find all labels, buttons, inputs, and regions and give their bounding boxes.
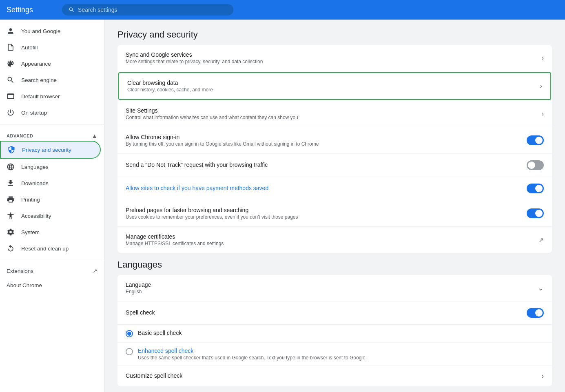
- preload-pages-desc: Uses cookies to remember your preference…: [126, 214, 298, 220]
- site-settings-row[interactable]: Site Settings Control what information w…: [117, 101, 552, 127]
- sidebar-label-reset-cleanup: Reset and clean up: [21, 246, 69, 252]
- person-icon: [7, 27, 15, 35]
- clear-browsing-row[interactable]: Clear browsing data Clear history, cooki…: [118, 72, 551, 100]
- sidebar-label-appearance: Appearance: [21, 61, 51, 67]
- sidebar-item-about-chrome[interactable]: About Chrome: [0, 278, 101, 292]
- do-not-track-action: [527, 160, 544, 170]
- search-bar[interactable]: [62, 4, 233, 16]
- basic-spell-label: Basic spell check: [138, 330, 182, 336]
- sidebar-item-autofill[interactable]: Autofill: [0, 39, 101, 55]
- manage-certs-ext-link-icon: ↗: [538, 236, 544, 244]
- site-settings-label: Site Settings: [126, 107, 298, 114]
- site-settings-text: Site Settings Control what information w…: [126, 107, 298, 120]
- search-icon: [69, 7, 75, 13]
- spell-check-row[interactable]: Spell check: [117, 301, 552, 325]
- sidebar-item-privacy-security[interactable]: Privacy and security: [0, 141, 101, 159]
- sidebar-label-languages: Languages: [21, 164, 49, 170]
- sidebar-divider-2: [0, 260, 104, 260]
- sidebar-label-accessibility: Accessibility: [21, 213, 51, 219]
- payment-methods-toggle[interactable]: [527, 184, 544, 193]
- spell-check-toggle[interactable]: [527, 308, 544, 318]
- autofill-icon: [7, 43, 15, 51]
- sync-google-text: Sync and Google services More settings t…: [126, 51, 263, 64]
- manage-certs-desc: Manage HTTPS/SSL certificates and settin…: [126, 241, 224, 246]
- language-row[interactable]: Language English ⌄: [117, 275, 552, 301]
- sidebar-item-default-browser[interactable]: Default browser: [0, 88, 101, 104]
- clear-browsing-label: Clear browsing data: [127, 80, 213, 86]
- sync-google-label: Sync and Google services: [126, 51, 263, 58]
- clear-browsing-desc: Clear history, cookies, cache, and more: [127, 87, 213, 93]
- sync-google-row[interactable]: Sync and Google services More settings t…: [117, 45, 552, 71]
- basic-spell-text: Basic spell check: [138, 330, 182, 336]
- sync-google-action: ›: [542, 54, 544, 62]
- preload-pages-action: [527, 208, 544, 218]
- sidebar-item-on-startup[interactable]: On startup: [0, 104, 101, 121]
- customize-spell-label: Customize spell check: [126, 372, 182, 379]
- do-not-track-row[interactable]: Send a "Do Not Track" request with your …: [117, 154, 552, 177]
- sidebar-item-you-and-google[interactable]: You and Google: [0, 23, 101, 39]
- do-not-track-text: Send a "Do Not Track" request with your …: [126, 162, 268, 169]
- sidebar-label-about-chrome: About Chrome: [7, 282, 42, 288]
- download-icon: [7, 179, 15, 187]
- sidebar-item-appearance[interactable]: Appearance: [0, 55, 101, 72]
- system-icon: [7, 228, 15, 236]
- globe-icon: [7, 163, 15, 171]
- advanced-chevron-icon: ▲: [92, 133, 97, 139]
- ext-link-icon: ↗: [93, 268, 97, 274]
- chevron-right-icon-4: ›: [542, 372, 544, 380]
- print-icon: [7, 195, 15, 204]
- sidebar-item-system[interactable]: System: [0, 224, 101, 240]
- sidebar: You and Google Autofill Appearance Searc…: [0, 20, 104, 392]
- sidebar-item-search-engine[interactable]: Search engine: [0, 72, 101, 88]
- sidebar-item-printing[interactable]: Printing: [0, 191, 101, 208]
- language-chevron-down-icon: ⌄: [538, 283, 544, 292]
- manage-certs-text: Manage certificates Manage HTTPS/SSL cer…: [126, 233, 224, 246]
- sidebar-item-languages[interactable]: Languages: [0, 159, 101, 175]
- reset-icon: [7, 244, 15, 252]
- clear-browsing-text: Clear browsing data Clear history, cooki…: [127, 80, 213, 93]
- advanced-section-label: Advanced ▲: [0, 128, 104, 141]
- payment-methods-action: [527, 184, 544, 193]
- languages-card: Language English ⌄ Spell check Basic spe…: [117, 275, 552, 386]
- language-label: Language: [126, 281, 151, 288]
- sidebar-label-system: System: [21, 229, 40, 235]
- basic-spell-row[interactable]: Basic spell check: [117, 325, 552, 343]
- payment-methods-row[interactable]: Allow sites to check if you have payment…: [117, 177, 552, 200]
- manage-certs-row[interactable]: Manage certificates Manage HTTPS/SSL cer…: [117, 227, 552, 253]
- allow-signin-action: [527, 135, 544, 145]
- sidebar-label-search-engine: Search engine: [21, 77, 57, 83]
- sidebar-extensions-row[interactable]: Extensions ↗: [0, 264, 104, 278]
- allow-signin-row[interactable]: Allow Chrome sign-in By turning this off…: [117, 127, 552, 154]
- enhanced-spell-radio[interactable]: [126, 348, 133, 355]
- shield-icon: [7, 146, 16, 154]
- preload-pages-row[interactable]: Preload pages for faster browsing and se…: [117, 200, 552, 227]
- sidebar-extensions-label: Extensions: [7, 268, 33, 274]
- do-not-track-toggle[interactable]: [527, 160, 544, 170]
- allow-signin-desc: By turning this off, you can sign in to …: [126, 141, 319, 147]
- site-settings-action: ›: [542, 110, 544, 117]
- search-input[interactable]: [78, 7, 227, 13]
- manage-certs-action: ↗: [538, 236, 544, 244]
- chevron-right-icon-3: ›: [542, 110, 544, 117]
- privacy-card: Sync and Google services More settings t…: [117, 45, 552, 253]
- allow-signin-toggle[interactable]: [527, 135, 544, 145]
- sidebar-label-downloads: Downloads: [21, 180, 49, 186]
- languages-section-title: Languages: [117, 259, 552, 270]
- sidebar-label-autofill: Autofill: [21, 44, 38, 51]
- payment-methods-label: Allow sites to check if you have payment…: [126, 185, 268, 191]
- sidebar-item-accessibility[interactable]: Accessibility: [0, 208, 101, 224]
- main-content: Privacy and security Sync and Google ser…: [104, 20, 565, 392]
- customize-spell-row[interactable]: Customize spell check ›: [117, 366, 552, 386]
- basic-spell-radio[interactable]: [126, 330, 133, 337]
- sidebar-label-you-and-google: You and Google: [21, 28, 60, 34]
- preload-pages-toggle[interactable]: [527, 208, 544, 218]
- enhanced-spell-row[interactable]: Enhanced spell check Uses the same spell…: [117, 343, 552, 366]
- privacy-section-title: Privacy and security: [117, 29, 552, 40]
- sidebar-divider-1: [0, 124, 104, 124]
- sidebar-label-default-browser: Default browser: [21, 93, 60, 100]
- sidebar-item-reset-cleanup[interactable]: Reset and clean up: [0, 240, 101, 257]
- chevron-right-icon: ›: [542, 54, 544, 62]
- sidebar-label-printing: Printing: [21, 197, 40, 203]
- manage-certs-label: Manage certificates: [126, 233, 224, 240]
- sidebar-item-downloads[interactable]: Downloads: [0, 175, 101, 191]
